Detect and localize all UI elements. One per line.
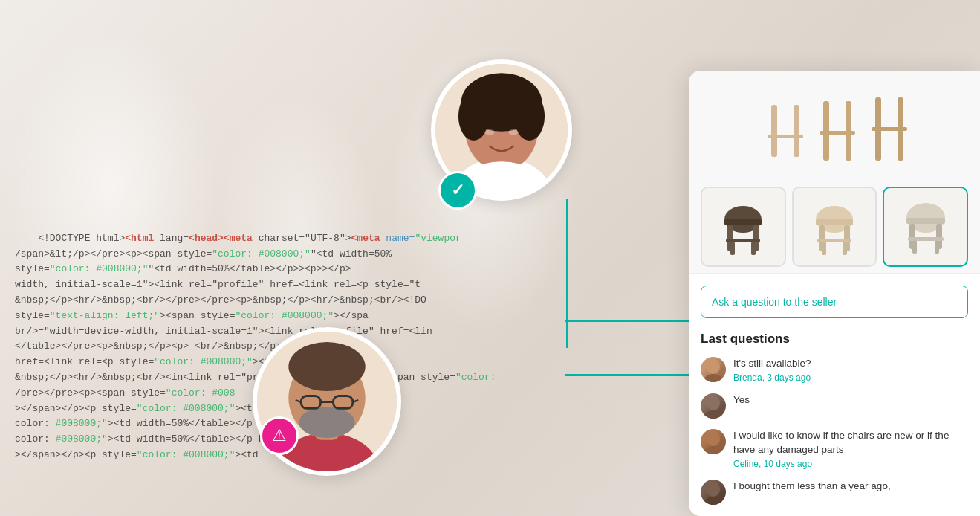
svg-rect-32 [872,127,907,131]
product-images-section [689,71,980,274]
svg-rect-53 [908,237,944,241]
check-badge [438,171,477,210]
question-meta-3: Celine, 10 days ago [733,459,968,469]
last-questions-title: Last questions [701,332,968,346]
right-panel: Ask a question to the seller Last questi… [689,71,980,516]
svg-rect-44 [822,242,826,255]
question-item-2: Yes [701,393,968,419]
svg-point-9 [484,80,519,106]
question-content-2: Yes [733,393,968,409]
svg-point-55 [703,374,724,382]
svg-point-60 [707,482,720,497]
thumbnail-2[interactable] [792,187,877,267]
svg-rect-48 [906,218,945,224]
question-content-1: It's still available? Brenda, 3 days ago [733,357,968,383]
qa-section: Ask a question to the seller Last questi… [689,274,980,516]
question-content-3: I would like to know if the chairs are n… [733,429,968,469]
question-text-1: It's still available? [733,357,968,371]
question-avatar-4 [701,480,726,505]
question-item-4: I bought them less than a year ago, [701,480,968,505]
svg-point-58 [707,431,720,446]
svg-point-61 [703,497,724,505]
question-item-1: It's still available? Brenda, 3 days ago [701,357,968,383]
connection-line-vertical [566,199,568,348]
svg-point-56 [707,396,720,410]
main-chair-svg [760,90,909,172]
svg-rect-34 [724,219,762,225]
connection-line-horizontal-1 [565,320,706,322]
thumbnail-row [701,187,968,267]
thumbnail-1[interactable] [701,187,786,267]
ask-input-placeholder: Ask a question to the seller [712,296,837,308]
svg-rect-39 [726,239,760,242]
svg-point-57 [703,410,724,419]
svg-point-10 [485,129,495,135]
question-text-3: I would like to know if the chairs are n… [733,429,968,457]
svg-rect-30 [768,135,803,138]
svg-point-59 [703,446,724,454]
question-avatar-3 [701,429,726,454]
question-item-3: I would like to know if the chairs are n… [701,429,968,469]
question-avatar-1 [701,357,726,382]
question-meta-1: Brenda, 3 days ago [733,373,968,383]
svg-rect-46 [817,239,851,242]
svg-point-11 [508,129,518,135]
question-text-4: I bought them less than a year ago, [733,480,968,494]
thumbnail-3[interactable] [883,187,968,267]
svg-rect-51 [912,240,917,254]
svg-point-54 [707,359,720,374]
main-product-image [701,83,968,179]
svg-rect-31 [820,131,855,135]
svg-rect-25 [794,105,799,157]
svg-point-17 [288,342,365,391]
question-avatar-2 [701,393,726,419]
question-text-2: Yes [733,393,968,407]
svg-rect-45 [843,242,847,255]
ask-question-input[interactable]: Ask a question to the seller [701,286,968,318]
svg-rect-24 [771,105,777,157]
connection-line-horizontal-2 [565,374,706,376]
svg-rect-38 [751,242,756,255]
svg-rect-52 [935,240,939,254]
question-content-4: I bought them less than a year ago, [733,480,968,495]
svg-rect-37 [730,242,735,255]
svg-rect-41 [816,219,853,225]
warning-badge [260,416,299,455]
svg-point-18 [299,407,354,438]
